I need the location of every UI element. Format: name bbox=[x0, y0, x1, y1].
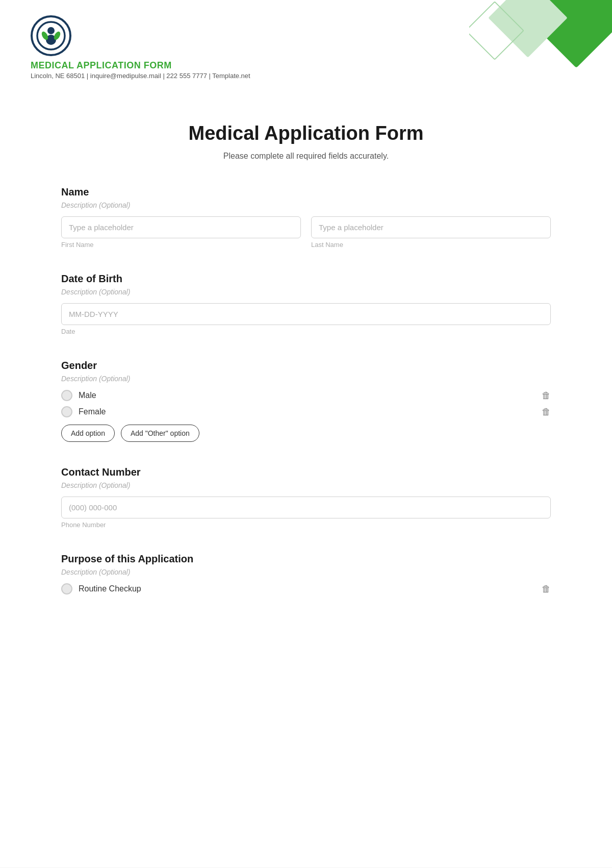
first-name-input[interactable] bbox=[61, 216, 301, 238]
male-delete-icon[interactable]: 🗑 bbox=[542, 390, 551, 401]
header: MEDICAL APPLICATION FORM Lincoln, NE 685… bbox=[0, 0, 612, 97]
dob-input[interactable] bbox=[61, 303, 551, 325]
purpose-option-checkup-row: Routine Checkup 🗑 bbox=[61, 583, 551, 594]
brand-subtitle: Lincoln, NE 68501 | inquire@medipulse.ma… bbox=[31, 72, 250, 80]
dob-wrapper: Date bbox=[61, 303, 551, 335]
checkup-label: Routine Checkup bbox=[79, 584, 141, 593]
checkup-delete-icon[interactable]: 🗑 bbox=[542, 584, 551, 594]
section-dob-description: Description (Optional) bbox=[61, 288, 551, 296]
first-name-label: First Name bbox=[61, 241, 301, 249]
form-title: Medical Application Form bbox=[61, 122, 551, 144]
add-option-button[interactable]: Add option bbox=[61, 425, 115, 442]
name-input-row: First Name Last Name bbox=[61, 216, 551, 249]
gender-option-male-left: Male bbox=[61, 390, 96, 401]
section-purpose-label: Purpose of this Application bbox=[61, 553, 551, 565]
section-dob: Date of Birth Description (Optional) Dat… bbox=[61, 273, 551, 335]
section-contact-label: Contact Number bbox=[61, 466, 551, 478]
section-gender-label: Gender bbox=[61, 360, 551, 371]
gender-add-options-row: Add option Add "Other" option bbox=[61, 425, 551, 442]
dob-field-label: Date bbox=[61, 328, 551, 335]
gender-option-female-row: Female 🗑 bbox=[61, 406, 551, 417]
last-name-wrapper: Last Name bbox=[311, 216, 551, 249]
section-purpose: Purpose of this Application Description … bbox=[61, 553, 551, 594]
section-name-label: Name bbox=[61, 186, 551, 198]
last-name-label: Last Name bbox=[311, 241, 551, 249]
female-radio[interactable] bbox=[61, 406, 72, 417]
gender-option-female-left: Female bbox=[61, 406, 106, 417]
form-subtitle: Please complete all required fields accu… bbox=[61, 152, 551, 161]
gender-option-male-row: Male 🗑 bbox=[61, 390, 551, 401]
decorative-diamonds bbox=[469, 0, 612, 97]
section-dob-label: Date of Birth bbox=[61, 273, 551, 285]
male-radio[interactable] bbox=[61, 390, 72, 401]
svg-rect-6 bbox=[488, 0, 568, 58]
svg-point-1 bbox=[47, 27, 55, 34]
first-name-wrapper: First Name bbox=[61, 216, 301, 249]
male-label: Male bbox=[79, 391, 96, 400]
logo-icon bbox=[36, 20, 66, 51]
checkup-radio[interactable] bbox=[61, 583, 72, 594]
purpose-option-checkup-left: Routine Checkup bbox=[61, 583, 141, 594]
main-content: Medical Application Form Please complete… bbox=[0, 97, 612, 867]
section-name-description: Description (Optional) bbox=[61, 201, 551, 209]
section-gender: Gender Description (Optional) Male 🗑 Fem… bbox=[61, 360, 551, 442]
last-name-input[interactable] bbox=[311, 216, 551, 238]
contact-wrapper: Phone Number bbox=[61, 497, 551, 529]
add-other-option-button[interactable]: Add "Other" option bbox=[121, 425, 199, 442]
section-contact-description: Description (Optional) bbox=[61, 481, 551, 489]
section-name: Name Description (Optional) First Name L… bbox=[61, 186, 551, 249]
logo-circle bbox=[31, 15, 71, 56]
contact-field-label: Phone Number bbox=[61, 521, 551, 529]
section-contact: Contact Number Description (Optional) Ph… bbox=[61, 466, 551, 529]
section-gender-description: Description (Optional) bbox=[61, 375, 551, 383]
female-delete-icon[interactable]: 🗑 bbox=[542, 407, 551, 417]
contact-input[interactable] bbox=[61, 497, 551, 518]
female-label: Female bbox=[79, 407, 106, 416]
brand-title: MEDICAL APPLICATION FORM bbox=[31, 60, 172, 71]
section-purpose-description: Description (Optional) bbox=[61, 568, 551, 576]
